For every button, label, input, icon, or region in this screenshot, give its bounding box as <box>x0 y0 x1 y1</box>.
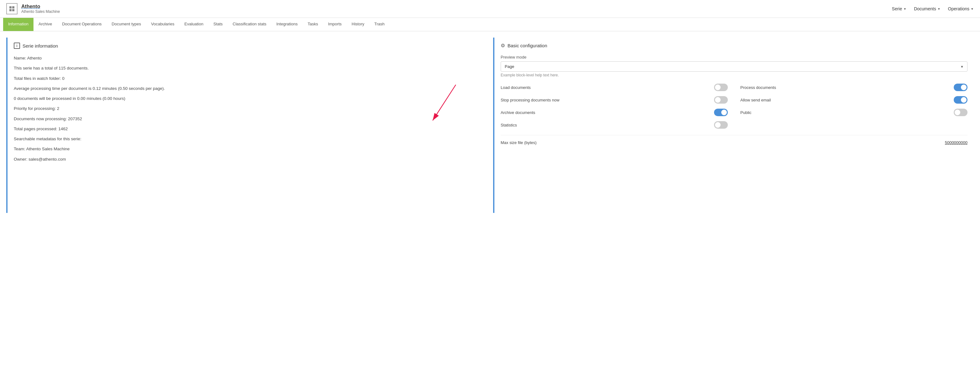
tab-imports[interactable]: Imports <box>323 18 346 31</box>
tab-evaluation[interactable]: Evaluation <box>179 18 208 31</box>
toggle-statistics-switch[interactable] <box>714 121 728 129</box>
left-panel: i Serie information Name: Athento This s… <box>6 38 487 213</box>
toggle-allow-send-email: Allow send email <box>740 96 967 104</box>
preview-mode-help: Example block-level help text here. <box>501 73 967 77</box>
toggle-process-documents-switch[interactable] <box>954 84 967 91</box>
info-searchable-meta: Searchable metadatas for this serie: <box>14 136 480 142</box>
tab-vocabularies[interactable]: Vocabularies <box>146 18 179 31</box>
serie-info-title: i Serie information <box>14 43 480 49</box>
toggle-archive-documents-label: Archive documents <box>501 110 710 115</box>
documents-dropdown-arrow: ▼ <box>937 7 940 11</box>
svg-rect-0 <box>10 6 11 8</box>
toggle-public-label: Public <box>740 110 950 115</box>
max-size-value: 5000000000 <box>945 140 967 145</box>
toggle-archive-documents-switch[interactable] <box>714 108 728 116</box>
header-right: Serie ▼ Documents ▼ Operations ▼ <box>892 6 974 11</box>
info-pages-processed: Total pages processed: 1462 <box>14 126 480 132</box>
info-name: Name: Athento <box>14 55 480 61</box>
main-content: i Serie information Name: Athento This s… <box>0 31 980 219</box>
svg-rect-3 <box>12 9 14 11</box>
info-avg-processing: Average processing time per document is … <box>14 86 480 92</box>
toggle-process-documents: Process documents <box>740 84 967 91</box>
serie-dropdown[interactable]: Serie ▼ <box>892 6 907 11</box>
app-logo-icon <box>6 3 18 14</box>
info-docs-processing: Documents now processing: 207352 <box>14 116 480 122</box>
right-panel: ⚙ Basic configuration Preview mode Page … <box>493 38 974 213</box>
info-watch-folder: Total files in watch folder: 0 <box>14 75 480 82</box>
tab-classification-stats[interactable]: Classification stats <box>228 18 272 31</box>
tab-tasks[interactable]: Tasks <box>302 18 323 31</box>
serie-dropdown-arrow: ▼ <box>903 7 907 11</box>
info-process-time: 0 documents will be processed in 0.00 mi… <box>14 96 480 102</box>
toggle-load-documents: Load documents <box>501 84 728 91</box>
toggle-stop-processing-label: Stop processing documents now <box>501 98 710 102</box>
toggle-statistics-label: Statistics <box>501 123 710 127</box>
info-team: Team: Athento Sales Machine <box>14 146 480 152</box>
operations-dropdown-arrow: ▼ <box>970 7 974 11</box>
info-priority: Priority for processing: 2 <box>14 105 480 112</box>
app-subtitle: Athento Sales Machine <box>21 10 60 14</box>
toggle-public: Public <box>740 108 967 116</box>
toggle-stop-processing-switch[interactable] <box>714 96 728 104</box>
tab-trash[interactable]: Trash <box>369 18 390 31</box>
app-name[interactable]: Athento <box>21 4 60 10</box>
max-size-label: Max size file (bytes) <box>501 140 537 145</box>
header-left: Athento Athento Sales Machine <box>6 3 60 14</box>
tab-document-types[interactable]: Document types <box>107 18 146 31</box>
info-owner: Owner: sales@athento.com <box>14 156 480 163</box>
info-box-icon: i <box>14 43 20 49</box>
nav-tabs: Information Archive Document Operations … <box>0 18 980 31</box>
toggle-allow-send-email-label: Allow send email <box>740 98 950 102</box>
tab-document-operations[interactable]: Document Operations <box>57 18 107 31</box>
toggle-load-documents-switch[interactable] <box>714 84 728 91</box>
toggle-process-documents-label: Process documents <box>740 85 950 90</box>
tab-integrations[interactable]: Integrations <box>271 18 302 31</box>
toggle-statistics: Statistics <box>501 121 728 129</box>
tab-information[interactable]: Information <box>3 18 33 31</box>
toggle-allow-send-email-switch[interactable] <box>954 96 967 104</box>
svg-rect-2 <box>10 9 11 11</box>
toggle-stop-processing: Stop processing documents now <box>501 96 728 104</box>
svg-rect-1 <box>12 6 14 8</box>
tab-history[interactable]: History <box>347 18 369 31</box>
info-total-docs: This serie has a total of 115 documents. <box>14 65 480 72</box>
settings-icon: ⚙ <box>501 43 505 49</box>
header: Athento Athento Sales Machine Serie ▼ Do… <box>0 0 980 18</box>
toggle-load-documents-label: Load documents <box>501 85 710 90</box>
toggle-archive-documents: Archive documents <box>501 108 728 116</box>
basic-config-title: ⚙ Basic configuration <box>501 43 967 49</box>
preview-mode-label: Preview mode <box>501 55 967 59</box>
preview-mode-group: Preview mode Page Document Thumbnail ▼ E… <box>501 55 967 77</box>
operations-dropdown[interactable]: Operations ▼ <box>948 6 974 11</box>
toggle-public-switch[interactable] <box>954 108 967 116</box>
tab-stats[interactable]: Stats <box>208 18 228 31</box>
documents-dropdown[interactable]: Documents ▼ <box>914 6 940 11</box>
toggles-grid: Load documents Process documents <box>501 84 967 129</box>
header-title: Athento Athento Sales Machine <box>21 4 60 14</box>
max-size-row: Max size file (bytes) 5000000000 <box>501 135 967 145</box>
preview-mode-select[interactable]: Page Document Thumbnail <box>501 61 967 72</box>
tab-archive[interactable]: Archive <box>33 18 57 31</box>
